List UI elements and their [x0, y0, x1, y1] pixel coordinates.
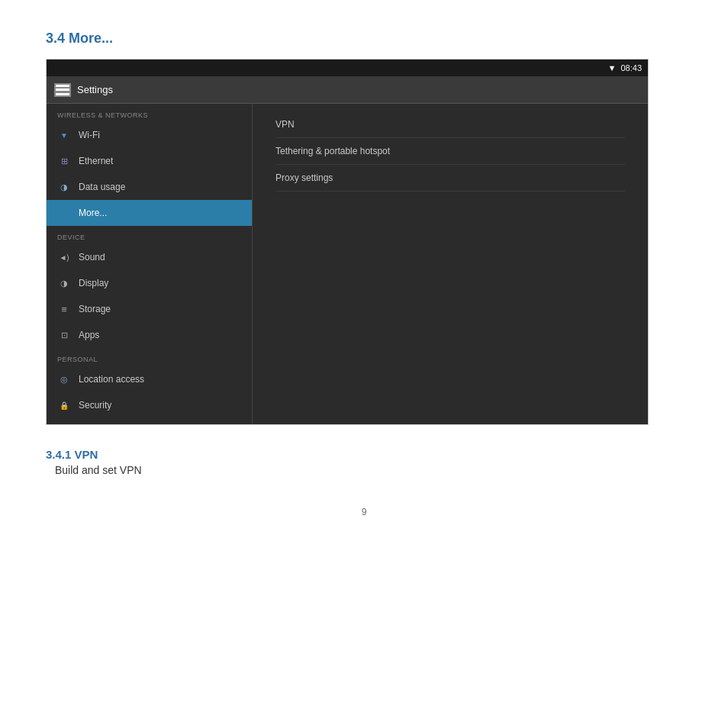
- sidebar-section-wireless: WIRELESS & NETWORKS: [47, 104, 252, 122]
- content-item-proxy[interactable]: Proxy settings: [275, 165, 625, 192]
- settings-body: WIRELESS & NETWORKS Wi-Fi Ethernet Data …: [47, 104, 648, 424]
- sidebar-item-security[interactable]: Security: [47, 392, 252, 418]
- sidebar-item-display[interactable]: Display: [47, 270, 252, 296]
- display-icon: [57, 276, 71, 290]
- ethernet-icon: [57, 154, 71, 168]
- section-title: 3.4 More...: [46, 31, 682, 47]
- subsection-title: 3.4.1 VPN: [46, 448, 682, 461]
- page-content: 3.4 More... ▼ 08:43 Settings WIRELESS & …: [0, 0, 728, 548]
- status-time: 08:43: [620, 63, 642, 72]
- content-item-tethering[interactable]: Tethering & portable hotspot: [275, 138, 625, 165]
- wifi-icon: [57, 128, 71, 142]
- storage-icon: [57, 302, 71, 316]
- location-icon: [57, 372, 71, 386]
- sidebar-item-location[interactable]: Location access: [47, 366, 252, 392]
- sidebar-item-data-usage[interactable]: Data usage: [47, 174, 252, 200]
- settings-icon: [54, 83, 71, 97]
- settings-header: Settings: [47, 76, 648, 104]
- sidebar-item-wifi[interactable]: Wi-Fi: [47, 122, 252, 148]
- content-area: VPN Tethering & portable hotspot Proxy s…: [253, 104, 648, 424]
- subsection-container: 3.4.1 VPN Build and set VPN: [46, 448, 682, 476]
- sidebar-section-device: DEVICE: [47, 226, 252, 244]
- sidebar-item-storage[interactable]: Storage: [47, 296, 252, 322]
- subsection-desc: Build and set VPN: [46, 464, 682, 476]
- sidebar: WIRELESS & NETWORKS Wi-Fi Ethernet Data …: [47, 104, 253, 424]
- data-usage-icon: [57, 180, 71, 194]
- sidebar-section-personal: PERSONAL: [47, 348, 252, 366]
- wifi-status-icon: ▼: [608, 63, 617, 72]
- more-icon: [57, 206, 71, 220]
- sound-icon: [57, 250, 71, 264]
- sidebar-item-apps[interactable]: Apps: [47, 322, 252, 348]
- page-number: 9: [46, 507, 682, 517]
- sidebar-item-sound[interactable]: Sound: [47, 244, 252, 270]
- status-bar: ▼ 08:43: [47, 60, 648, 76]
- apps-icon: [57, 328, 71, 342]
- settings-header-title: Settings: [77, 84, 113, 95]
- security-icon: [57, 398, 71, 412]
- screenshot-container: ▼ 08:43 Settings WIRELESS & NETWORKS Wi-…: [46, 59, 649, 425]
- sidebar-item-ethernet[interactable]: Ethernet: [47, 148, 252, 174]
- content-item-vpn[interactable]: VPN: [275, 119, 625, 138]
- sidebar-item-more[interactable]: More...: [47, 200, 252, 226]
